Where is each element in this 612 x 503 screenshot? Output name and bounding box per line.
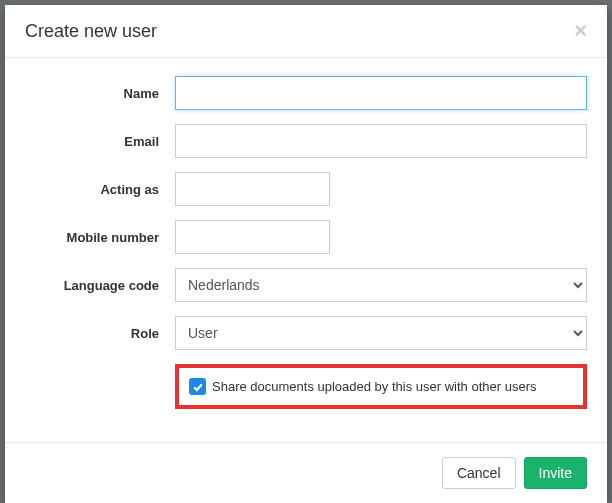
role-label: Role bbox=[25, 326, 175, 341]
email-input[interactable] bbox=[175, 124, 587, 158]
language-code-select[interactable]: Nederlands bbox=[175, 268, 587, 302]
share-docs-checkbox[interactable] bbox=[189, 378, 206, 395]
modal-body: Name Email Acting as Mobile number Langu bbox=[5, 58, 607, 442]
create-user-modal: Create new user × Name Email Acting as M… bbox=[5, 5, 607, 503]
row-role: Role User bbox=[25, 316, 587, 350]
mobile-number-label: Mobile number bbox=[25, 230, 175, 245]
cancel-button[interactable]: Cancel bbox=[442, 457, 516, 489]
row-language-code: Language code Nederlands bbox=[25, 268, 587, 302]
row-acting-as: Acting as bbox=[25, 172, 587, 206]
share-docs-label: Share documents uploaded by this user wi… bbox=[212, 379, 536, 394]
role-select[interactable]: User bbox=[175, 316, 587, 350]
name-label: Name bbox=[25, 86, 175, 101]
mobile-number-input[interactable] bbox=[175, 220, 330, 254]
share-docs-checkbox-wrap[interactable]: Share documents uploaded by this user wi… bbox=[189, 378, 536, 395]
check-icon bbox=[192, 381, 204, 393]
modal-footer: Cancel Invite bbox=[5, 442, 607, 503]
share-docs-highlight: Share documents uploaded by this user wi… bbox=[175, 364, 587, 409]
row-email: Email bbox=[25, 124, 587, 158]
acting-as-input[interactable] bbox=[175, 172, 330, 206]
close-button[interactable]: × bbox=[574, 20, 587, 42]
invite-button[interactable]: Invite bbox=[524, 457, 587, 489]
language-code-label: Language code bbox=[25, 278, 175, 293]
row-name: Name bbox=[25, 76, 587, 110]
acting-as-label: Acting as bbox=[25, 182, 175, 197]
email-label: Email bbox=[25, 134, 175, 149]
modal-title: Create new user bbox=[25, 21, 157, 42]
row-mobile-number: Mobile number bbox=[25, 220, 587, 254]
modal-header: Create new user × bbox=[5, 5, 607, 58]
name-input[interactable] bbox=[175, 76, 587, 110]
